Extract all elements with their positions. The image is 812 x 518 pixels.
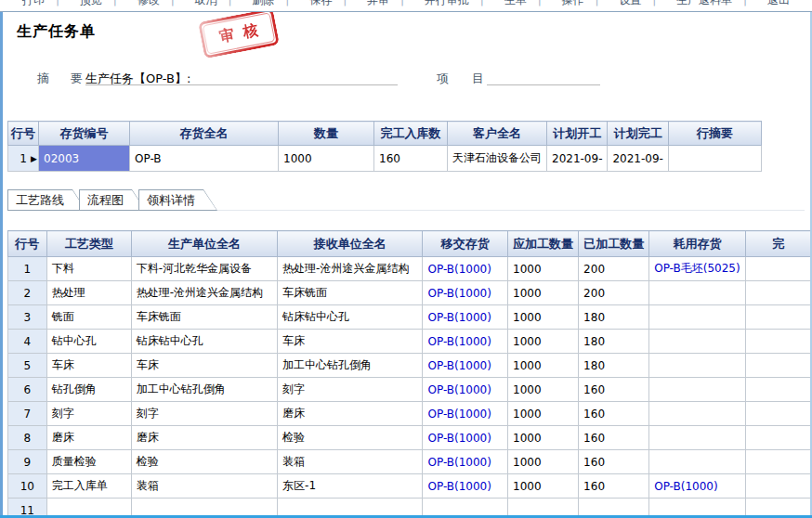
toolbar-menu-item[interactable]: 生单 <box>499 0 547 6</box>
process-type-cell[interactable]: 车床 <box>46 354 131 378</box>
done-process-qty-cell[interactable]: 160 <box>579 378 649 402</box>
consumed-inventory-link[interactable] <box>649 354 745 378</box>
done-process-qty-cell[interactable]: 180 <box>579 305 649 330</box>
consumed-inventory-link[interactable] <box>649 330 745 354</box>
consumed-inventory-link[interactable] <box>649 450 745 474</box>
summary-input[interactable]: 生产任务【OP-B】: <box>85 69 398 85</box>
producer-unit-cell[interactable]: 刻字 <box>131 402 277 426</box>
consumed-inventory-link[interactable] <box>649 378 745 402</box>
plan-start-cell[interactable]: 2021-09- <box>547 146 608 172</box>
receiver-unit-cell[interactable]: 车床 <box>278 330 423 354</box>
toolbar-menu-item[interactable]: 取消 <box>189 0 237 6</box>
toolbar-menu-item[interactable]: 退出 <box>762 0 795 6</box>
tab-flow-chart[interactable]: 流程图 <box>79 189 146 211</box>
plan-process-qty-cell[interactable]: 1000 <box>508 426 579 450</box>
producer-unit-cell[interactable]: 车床铣面 <box>131 305 277 330</box>
toolbar-menu-item[interactable]: 保存 <box>304 0 352 6</box>
process-type-cell[interactable]: 钻孔倒角 <box>46 378 131 402</box>
inventory-name-cell[interactable]: OP-B <box>130 146 279 172</box>
process-type-cell[interactable]: 刻字 <box>46 402 131 426</box>
project-input[interactable] <box>487 69 600 85</box>
tab-process-route[interactable]: 工艺路线 <box>7 189 86 211</box>
producer-unit-cell[interactable]: 热处理-沧州途兴金属结构 <box>131 281 277 305</box>
done-process-qty-cell[interactable]: 160 <box>579 402 649 426</box>
consumed-inventory-link[interactable]: OP-B(1000) <box>649 474 745 499</box>
process-type-cell[interactable]: 磨床 <box>46 426 131 450</box>
process-type-cell[interactable]: 下料 <box>46 257 131 281</box>
done-process-qty-cell[interactable]: 160 <box>579 474 649 499</box>
plan-process-qty-cell[interactable]: 1000 <box>508 378 579 402</box>
receiver-unit-cell[interactable]: 钻床钻中心孔 <box>278 305 423 330</box>
inventory-code-cell[interactable]: 02003 <box>39 146 130 172</box>
transfer-inventory-link[interactable]: OP-B(1000) <box>423 378 508 402</box>
done-process-qty-cell[interactable]: 180 <box>579 354 649 378</box>
transfer-inventory-link[interactable]: OP-B(1000) <box>423 305 508 330</box>
plan-process-qty-cell[interactable]: 1000 <box>508 474 579 499</box>
done-process-qty-cell[interactable]: 200 <box>579 281 649 305</box>
process-type-cell[interactable]: 完工入库单 <box>46 474 131 499</box>
receiver-unit-cell[interactable]: 热处理-沧州途兴金属结构 <box>278 257 423 281</box>
quantity-cell[interactable]: 1000 <box>279 146 374 172</box>
receiver-unit-cell[interactable]: 加工中心钻孔倒角 <box>278 354 423 378</box>
process-type-cell[interactable]: 质量检验 <box>46 450 131 474</box>
transfer-inventory-link[interactable]: OP-B(1000) <box>423 474 508 499</box>
customer-name-cell[interactable]: 天津石油设备公司 <box>448 146 547 172</box>
plan-process-qty-cell[interactable]: 1000 <box>508 281 579 305</box>
clipped-cell <box>745 354 811 378</box>
receiver-unit-cell[interactable]: 装箱 <box>278 450 423 474</box>
toolbar-menu-item[interactable]: 并行审批 <box>419 0 490 6</box>
process-type-cell[interactable]: 钻中心孔 <box>46 330 131 354</box>
plan-process-qty-cell[interactable]: 1000 <box>508 305 579 330</box>
done-process-qty-cell[interactable]: 180 <box>579 330 649 354</box>
toolbar-menu-item[interactable]: 打印 <box>17 0 65 6</box>
row-memo-cell[interactable] <box>668 146 761 172</box>
transfer-inventory-link[interactable]: OP-B(1000) <box>423 402 508 426</box>
process-type-cell[interactable]: 热处理 <box>46 281 131 305</box>
transfer-inventory-link[interactable]: OP-B(1000) <box>423 257 508 281</box>
producer-unit-cell[interactable]: 检验 <box>131 450 277 474</box>
consumed-inventory-link[interactable] <box>649 402 745 426</box>
plan-process-qty-cell[interactable]: 1000 <box>508 402 579 426</box>
transfer-inventory-link[interactable]: OP-B(1000) <box>423 450 508 474</box>
process-table-row: 3 铣面 车床铣面 钻床钻中心孔 OP-B(1000) 1000 180 <box>8 305 812 330</box>
receiver-unit-cell[interactable]: 东区-1 <box>278 474 423 499</box>
toolbar-menu-item[interactable]: 删除 <box>246 0 295 6</box>
producer-unit-cell[interactable]: 装箱 <box>131 474 277 499</box>
toolbar-menu-item[interactable]: 修改 <box>132 0 180 6</box>
consumed-inventory-link[interactable]: OP-B毛坯(5025) <box>649 257 745 281</box>
plan-process-qty-cell[interactable]: 1000 <box>508 257 579 281</box>
producer-unit-cell[interactable]: 加工中心钻孔倒角 <box>131 378 277 402</box>
consumed-inventory-link[interactable] <box>649 426 745 450</box>
finished-in-qty-cell[interactable]: 160 <box>374 146 448 172</box>
receiver-unit-cell[interactable]: 刻字 <box>278 378 423 402</box>
producer-unit-cell[interactable]: 钻床钻中心孔 <box>131 330 277 354</box>
receiver-unit-cell[interactable]: 车床铣面 <box>278 281 423 305</box>
producer-unit-cell[interactable]: 磨床 <box>131 426 277 450</box>
done-process-qty-cell[interactable]: 200 <box>579 257 649 281</box>
plan-finish-cell[interactable]: 2021-09- <box>608 146 668 172</box>
toolbar-menu-item[interactable]: 设置 <box>613 0 661 6</box>
toolbar-menu-item[interactable]: 操作 <box>556 0 604 6</box>
plan-process-qty-cell[interactable]: 1000 <box>508 354 579 378</box>
transfer-inventory-link[interactable]: OP-B(1000) <box>423 281 508 305</box>
consumed-inventory-link[interactable] <box>649 305 745 330</box>
tab-material-detail[interactable]: 领料详情 <box>138 189 217 211</box>
transfer-inventory-link[interactable]: OP-B(1000) <box>423 354 508 378</box>
producer-unit-cell[interactable]: 车床 <box>131 354 277 378</box>
producer-unit-cell[interactable]: 下料-河北乾华金属设备 <box>131 257 277 281</box>
toolbar-menu-item[interactable]: 预览 <box>74 0 123 6</box>
plan-process-qty-cell[interactable]: 1000 <box>508 450 579 474</box>
receiver-unit-cell[interactable]: 磨床 <box>278 402 423 426</box>
transfer-inventory-link[interactable]: OP-B(1000) <box>423 330 508 354</box>
plan-process-qty-cell[interactable]: 1000 <box>508 330 579 354</box>
transfer-inventory-link[interactable]: OP-B(1000) <box>423 426 508 450</box>
consumed-inventory-link[interactable] <box>649 281 745 305</box>
receiver-unit-cell[interactable]: 检验 <box>278 426 423 450</box>
toolbar-menu-item[interactable]: 生产退料单 <box>671 0 753 6</box>
done-process-qty-cell[interactable]: 160 <box>579 450 649 474</box>
process-type-cell[interactable]: 铣面 <box>46 305 131 330</box>
done-process-qty-cell[interactable]: 160 <box>579 426 649 450</box>
order-table-header-row: 行号 存货编号 存货全名 数量 完工入库数 客户全名 计划开工 计划完工 行摘要 <box>8 122 762 146</box>
production-task-window: 打印预览修改取消删除保存弃审并行审批生单操作设置生产退料单退出 生产任务单 审核… <box>0 0 812 518</box>
toolbar-menu-item[interactable]: 弃审 <box>361 0 410 6</box>
